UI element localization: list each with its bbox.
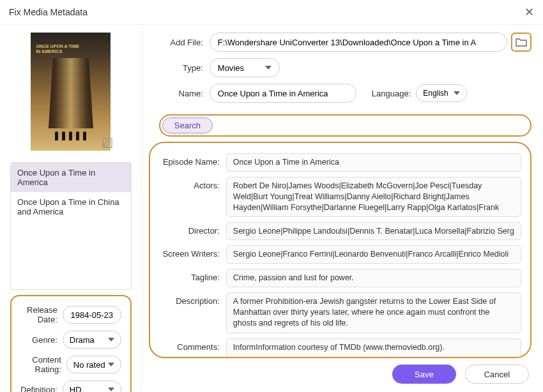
close-icon[interactable]: ✕ [524, 5, 534, 19]
right-panel: Add File: Type: Movies Name: Language: E… [142, 25, 543, 391]
search-button[interactable]: Search [162, 117, 213, 133]
result-item[interactable]: Once Upon a Time in America [11, 163, 131, 192]
cancel-button[interactable]: Cancel [465, 365, 529, 384]
comments-input[interactable]: InformInformation courtesy of TMDb (www.… [226, 338, 521, 358]
screenwriters-input[interactable]: Sergio Leone|Franco Ferrini|Leonardo Ben… [226, 245, 521, 264]
definition-label: Definition: [20, 385, 57, 393]
episode-name-label: Episode Name: [159, 153, 220, 167]
add-file-label: Add File: [149, 38, 203, 47]
top-fields: Add File: Type: Movies Name: Language: E… [149, 33, 532, 109]
genre-select[interactable]: Drama [63, 331, 121, 349]
footer: Save Cancel [149, 358, 532, 384]
release-date-label: Release Date: [20, 305, 57, 324]
browse-folder-button[interactable] [511, 33, 532, 52]
titlebar: Fix Media Metadata ✕ [0, 0, 543, 25]
window-title: Fix Media Metadata [9, 7, 88, 17]
content: ONCE UPON A TIMEIN AMERICA Once Upon a T… [0, 25, 543, 391]
name-label: Name: [149, 89, 203, 98]
tagline-input[interactable]: Crime, passion and lust for power. [226, 269, 521, 287]
type-label: Type: [149, 63, 203, 73]
release-date-input[interactable] [63, 306, 121, 324]
type-select[interactable]: Movies [210, 58, 280, 77]
poster-area: ONCE UPON A TIMEIN AMERICA [10, 33, 132, 151]
search-results-list: Once Upon a Time in America Once Upon a … [10, 162, 132, 290]
genre-label: Genre: [32, 335, 57, 345]
episode-name-input[interactable]: Once Upon a Time in America [226, 153, 521, 172]
content-rating-select[interactable]: No rated [66, 356, 121, 373]
add-file-input[interactable] [210, 33, 507, 52]
search-button-wrap: Search [159, 114, 532, 137]
director-label: Director: [159, 222, 220, 236]
screenwriters-label: Screen Writers: [159, 245, 220, 259]
language-select[interactable]: English [416, 84, 467, 102]
poster-image: ONCE UPON A TIMEIN AMERICA [31, 33, 111, 151]
details-group: Episode Name: Once Upon a Time in Americ… [149, 142, 532, 358]
actors-input[interactable]: Robert De Niro|James Woods|Elizabeth McG… [226, 177, 521, 217]
tagline-label: Tagline: [159, 269, 220, 282]
content-rating-label: Content Rating: [20, 355, 61, 374]
actors-label: Actors: [159, 177, 220, 190]
director-input[interactable]: Sergio Leone|Philippe Landoulsi|Dennis T… [226, 222, 521, 241]
description-input[interactable]: A former Prohibition-era Jewish gangster… [226, 292, 521, 333]
poster-title: ONCE UPON A TIMEIN AMERICA [36, 44, 79, 54]
name-input[interactable] [210, 84, 356, 103]
left-panel: ONCE UPON A TIMEIN AMERICA Once Upon a T… [0, 25, 142, 391]
bottom-metadata-group: Release Date: Genre: Drama Content Ratin… [10, 295, 132, 392]
description-label: Description: [159, 292, 220, 306]
result-item[interactable]: Once Upon a Time in China and America [11, 192, 131, 222]
folder-icon [516, 38, 527, 47]
language-label: Language: [372, 89, 411, 98]
definition-select[interactable]: HD [63, 381, 121, 392]
edit-poster-icon[interactable] [102, 138, 112, 148]
comments-label: Comments: [159, 338, 220, 352]
save-button[interactable]: Save [392, 365, 456, 384]
